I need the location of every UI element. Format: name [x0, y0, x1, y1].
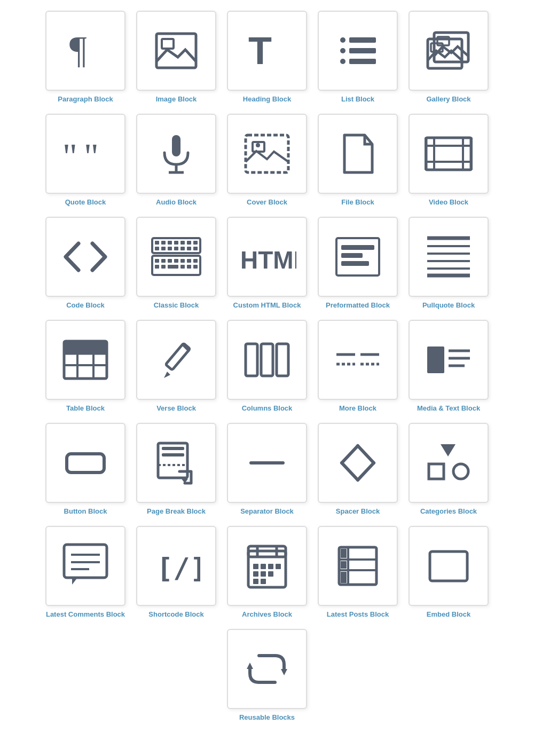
icon-box-embed	[409, 526, 489, 606]
label-html: Custom HTML Block	[233, 301, 301, 309]
svg-text:HTML: HTML	[240, 246, 296, 273]
label-mediatext: Media & Text Block	[417, 404, 480, 412]
label-preformatted: Preformatted Block	[326, 301, 390, 309]
block-item-video[interactable]: Video Block	[409, 114, 489, 206]
icon-box-spacer	[318, 423, 398, 503]
svg-rect-37	[193, 241, 198, 245]
svg-rect-48	[174, 259, 178, 263]
block-item-categories[interactable]: Categories Block	[409, 423, 489, 515]
block-item-audio[interactable]: Audio Block	[136, 114, 216, 206]
svg-rect-44	[193, 247, 198, 250]
block-item-preformatted[interactable]: Preformatted Block	[318, 217, 398, 309]
label-archives: Archives Block	[242, 610, 292, 618]
svg-rect-130	[341, 572, 347, 583]
svg-rect-35	[180, 241, 185, 245]
svg-rect-42	[180, 247, 185, 250]
block-item-list[interactable]: List Block	[318, 11, 398, 103]
svg-rect-36	[187, 241, 191, 245]
svg-rect-57	[193, 265, 198, 269]
block-item-latestcomments[interactable]: Latest Comments Block	[45, 526, 125, 618]
svg-rect-46	[161, 259, 166, 263]
block-item-mediatext[interactable]: Media & Text Block	[409, 320, 489, 412]
label-reusable: Reusable Blocks	[239, 713, 295, 721]
svg-text:": "	[84, 136, 99, 172]
svg-marker-132	[281, 669, 287, 675]
block-item-file[interactable]: File Block	[318, 114, 398, 206]
block-item-spacer[interactable]: Spacer Block	[318, 423, 398, 515]
label-latestcomments: Latest Comments Block	[46, 610, 125, 618]
block-item-more[interactable]: More Block	[318, 320, 398, 412]
svg-rect-49	[180, 259, 185, 263]
block-item-paragraph[interactable]: ¶ Paragraph Block	[45, 11, 125, 103]
svg-marker-109	[72, 578, 77, 585]
icon-box-pagebreak	[136, 423, 216, 503]
label-verse: Verse Block	[156, 404, 196, 412]
label-pagebreak: Page Break Block	[147, 507, 206, 515]
svg-rect-41	[174, 247, 178, 250]
svg-rect-116	[261, 564, 266, 569]
svg-rect-7	[349, 48, 376, 53]
icon-box-gallery	[409, 11, 489, 91]
block-item-archives[interactable]: Archives Block	[227, 526, 307, 618]
icon-box-latestposts	[318, 526, 398, 606]
icon-box-html: HTML	[227, 217, 307, 297]
svg-rect-60	[341, 245, 374, 250]
svg-rect-121	[268, 571, 273, 577]
label-cover: Cover Block	[247, 198, 287, 206]
svg-rect-117	[268, 564, 273, 569]
svg-rect-74	[64, 341, 77, 353]
icon-box-separator	[227, 423, 307, 503]
block-item-columns[interactable]: Columns Block	[227, 320, 307, 412]
block-item-button[interactable]: Button Block	[45, 423, 125, 515]
icon-box-columns	[227, 320, 307, 400]
svg-rect-81	[261, 344, 273, 376]
svg-rect-122	[253, 579, 258, 584]
block-item-heading[interactable]: T Heading Block	[227, 11, 307, 103]
svg-rect-45	[155, 259, 159, 263]
svg-rect-118	[276, 564, 281, 569]
block-item-table[interactable]: Table Block	[45, 320, 125, 412]
svg-rect-33	[168, 241, 172, 245]
icon-box-shortcode: [/]	[136, 526, 216, 606]
icon-box-heading: T	[227, 11, 307, 91]
block-item-reusable[interactable]: Reusable Blocks	[227, 629, 307, 721]
svg-rect-115	[253, 564, 258, 569]
svg-rect-2	[162, 39, 174, 49]
block-item-pullquote[interactable]: Pullquote Block	[409, 217, 489, 309]
block-item-quote[interactable]: " " Quote Block	[45, 114, 125, 206]
svg-rect-54	[168, 265, 178, 269]
svg-text:": "	[62, 136, 77, 172]
label-code: Code Block	[66, 301, 105, 309]
block-item-gallery[interactable]: Gallery Block	[409, 11, 489, 103]
icon-box-categories	[409, 423, 489, 503]
block-item-pagebreak[interactable]: Page Break Block	[136, 423, 216, 515]
icon-box-pullquote	[409, 217, 489, 297]
svg-text:[/]: [/]	[156, 552, 200, 584]
block-item-code[interactable]: Code Block	[45, 217, 125, 309]
svg-point-104	[453, 464, 468, 479]
svg-rect-39	[161, 247, 166, 250]
block-item-html[interactable]: HTML Custom HTML Block	[227, 217, 307, 309]
svg-rect-128	[341, 549, 347, 558]
block-item-cover[interactable]: Cover Block	[227, 114, 307, 206]
block-item-embed[interactable]: Embed Block	[409, 526, 489, 618]
svg-marker-133	[247, 663, 253, 669]
label-more: More Block	[339, 404, 376, 412]
svg-rect-131	[430, 552, 467, 581]
block-item-image[interactable]: Image Block	[136, 11, 216, 103]
label-file: File Block	[341, 198, 374, 206]
label-pullquote: Pullquote Block	[422, 301, 475, 309]
block-item-separator[interactable]: Separator Block	[227, 423, 307, 515]
block-item-latestposts[interactable]: Latest Posts Block	[318, 526, 398, 618]
block-item-classic[interactable]: Classic Block	[136, 217, 216, 309]
svg-rect-22	[426, 138, 472, 170]
label-button: Button Block	[64, 507, 107, 515]
block-item-verse[interactable]: Verse Block	[136, 320, 216, 412]
icon-box-audio	[136, 114, 216, 194]
svg-rect-16	[172, 135, 180, 156]
block-item-shortcode[interactable]: [/] Shortcode Block	[136, 526, 216, 618]
label-categories: Categories Block	[420, 507, 477, 515]
svg-point-8	[340, 59, 345, 64]
svg-line-100	[342, 463, 358, 480]
svg-rect-62	[341, 261, 369, 266]
